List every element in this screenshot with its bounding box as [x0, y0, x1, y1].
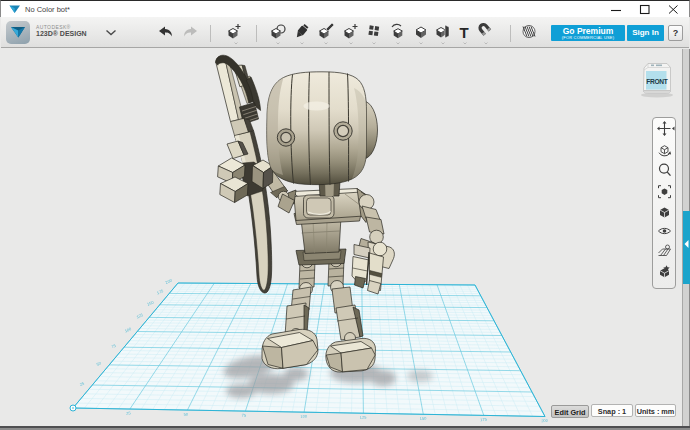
svg-text:100: 100: [300, 413, 308, 419]
svg-text:150: 150: [419, 416, 427, 422]
svg-text:175: 175: [156, 288, 165, 295]
svg-text:150: 150: [146, 299, 155, 306]
svg-text:175: 175: [480, 417, 488, 423]
svg-text:75: 75: [111, 343, 118, 350]
svg-text:125: 125: [360, 414, 368, 420]
svg-text:FRONT: FRONT: [646, 78, 667, 85]
svg-text:200: 200: [165, 278, 174, 285]
svg-text:200: 200: [541, 418, 549, 424]
svg-text:25: 25: [126, 410, 132, 415]
svg-text:125: 125: [136, 312, 145, 319]
svg-text:25: 25: [79, 380, 86, 387]
svg-text:T: T: [460, 24, 469, 41]
svg-text:75: 75: [242, 413, 248, 418]
svg-text:50: 50: [184, 412, 190, 417]
svg-text:100: 100: [124, 326, 133, 333]
svg-text:50: 50: [96, 360, 103, 367]
